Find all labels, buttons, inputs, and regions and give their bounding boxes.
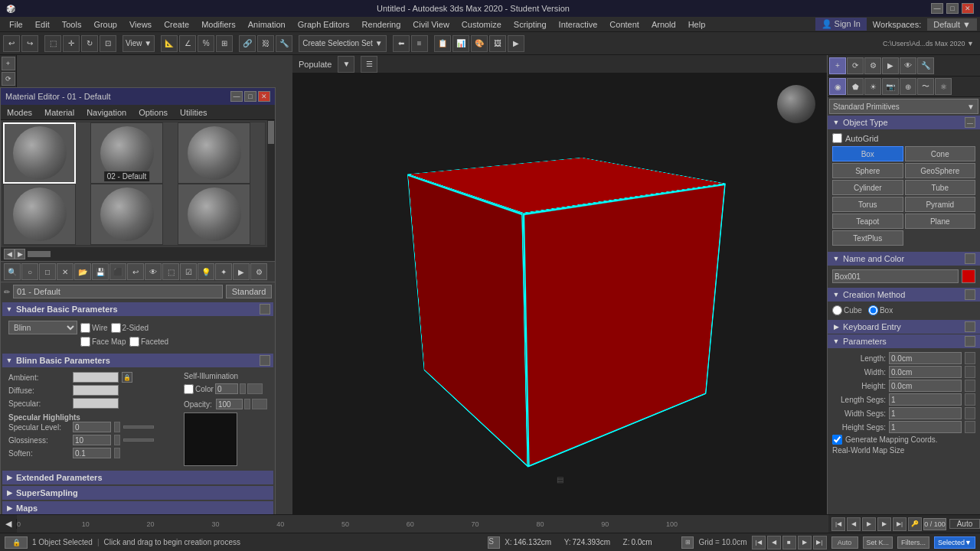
- length-spinner[interactable]: [965, 352, 975, 364]
- bind-space[interactable]: 🔧: [276, 35, 292, 52]
- percent-snap[interactable]: %: [198, 35, 214, 52]
- playback-start[interactable]: |◀: [752, 536, 766, 549]
- ambient-color-swatch[interactable]: [73, 372, 119, 383]
- height-input[interactable]: 0.0cm: [889, 380, 962, 392]
- unlink-tool[interactable]: ⛓: [257, 35, 274, 52]
- create-tab[interactable]: +: [829, 57, 846, 74]
- playback-next[interactable]: ▶: [798, 536, 812, 549]
- mat-scroll-thumb[interactable]: [28, 251, 51, 257]
- menu-animation[interactable]: Animation: [242, 18, 292, 31]
- width-spinner[interactable]: [965, 366, 975, 378]
- timeline-ruler[interactable]: 0 10 20 30 40 50 60 70 80 90 100: [17, 515, 828, 533]
- selection-set-dropdown[interactable]: Create Selection Set ▼: [299, 35, 386, 52]
- mat-sphere-1[interactable]: [3, 122, 76, 184]
- move-button[interactable]: ✛: [63, 35, 80, 52]
- go-start-btn[interactable]: |◀: [831, 517, 845, 531]
- mat-show-btn[interactable]: 👁: [145, 263, 162, 280]
- textplus-type-btn[interactable]: TextPlus: [832, 230, 903, 246]
- ambient-lock-btn[interactable]: 🔒: [122, 372, 132, 383]
- snap-icon[interactable]: S: [488, 536, 500, 549]
- soften-spinner[interactable]: 0.1: [73, 448, 111, 458]
- parameters-header[interactable]: ▼ Parameters: [828, 334, 980, 348]
- teapot-type-btn[interactable]: Teapot: [832, 214, 903, 229]
- viewport-3d[interactable]: ▤: [292, 73, 827, 514]
- object-name-input[interactable]: [832, 269, 959, 283]
- mat-scrollbar-h[interactable]: [27, 250, 263, 258]
- menu-file[interactable]: File: [3, 18, 29, 31]
- width-segs-spinner[interactable]: [965, 407, 975, 419]
- reference-dropdown[interactable]: View ▼: [122, 35, 155, 52]
- glossiness-spin[interactable]: [114, 435, 120, 445]
- blinn-basic-header[interactable]: ▼ Blinn Basic Parameters: [2, 354, 273, 367]
- undo-button[interactable]: ↩: [3, 35, 20, 52]
- self-illum-map-btn[interactable]: [247, 383, 263, 394]
- cylinder-type-btn[interactable]: Cylinder: [832, 180, 903, 195]
- maximize-button[interactable]: □: [946, 3, 959, 14]
- angle-snap[interactable]: ∠: [179, 35, 196, 52]
- shader-type-select[interactable]: Blinn: [8, 321, 77, 334]
- height-spinner[interactable]: [965, 380, 975, 392]
- render-setup[interactable]: 🖼: [489, 35, 506, 52]
- box-type-btn[interactable]: Box: [832, 146, 903, 161]
- rotate-button[interactable]: ↻: [81, 35, 98, 52]
- mat-sphere-5[interactable]: [90, 184, 163, 245]
- mat-restore-btn[interactable]: □: [244, 91, 256, 102]
- menu-create[interactable]: Create: [158, 18, 195, 31]
- coord-mode-btn[interactable]: ⊞: [681, 536, 694, 549]
- self-illum-value[interactable]: 0: [215, 383, 238, 394]
- menu-scripting[interactable]: Scripting: [508, 18, 553, 31]
- menu-civil-view[interactable]: Civil View: [407, 18, 455, 31]
- mat-assign-btn[interactable]: ⬛: [109, 263, 126, 280]
- graph-editors-btn[interactable]: 📊: [452, 35, 469, 52]
- key-filter-btn[interactable]: 🔒: [5, 536, 28, 549]
- mirror-tool[interactable]: ⬅: [393, 35, 410, 52]
- geosphere-type-btn[interactable]: GeoSphere: [905, 163, 976, 178]
- playback-end[interactable]: ▶|: [813, 536, 827, 549]
- mat-sphere-btn[interactable]: ○: [21, 263, 38, 280]
- mat-sphere-2[interactable]: 02 - Default: [90, 122, 163, 184]
- sign-in-button[interactable]: 👤 Sign In: [815, 18, 867, 31]
- utilities-tab[interactable]: 🔧: [917, 57, 934, 74]
- tube-type-btn[interactable]: Tube: [905, 180, 976, 195]
- modify-tab[interactable]: ⟳: [847, 57, 864, 74]
- specular-color-swatch[interactable]: [73, 398, 119, 409]
- maps-header[interactable]: ▶ Maps: [2, 501, 273, 514]
- mat-menu-utilities[interactable]: Utilities: [174, 106, 213, 119]
- play-btn[interactable]: ▶: [862, 517, 876, 531]
- mat-menu-modes[interactable]: Modes: [1, 106, 38, 119]
- mat-prev-btn[interactable]: ◀: [4, 249, 15, 259]
- auto-key-btn[interactable]: Auto: [949, 519, 980, 529]
- menu-tools[interactable]: Tools: [56, 18, 88, 31]
- wire-checkbox[interactable]: [80, 323, 90, 333]
- cameras-btn[interactable]: 📷: [882, 78, 899, 95]
- geometry-btn[interactable]: ◉: [829, 78, 846, 95]
- mat-delete-btn[interactable]: ✕: [57, 263, 74, 280]
- mat-name-input[interactable]: [13, 285, 223, 298]
- mat-sphere-3[interactable]: [178, 122, 250, 184]
- sphere-type-btn[interactable]: Sphere: [832, 163, 903, 178]
- object-type-header[interactable]: ▼ Object Type —: [828, 116, 980, 129]
- autogrid-checkbox[interactable]: [832, 133, 842, 143]
- systems-btn[interactable]: ⚛: [935, 78, 952, 95]
- keyboard-entry-header[interactable]: ▶ Keyboard Entry: [828, 320, 980, 334]
- mat-next-btn[interactable]: ▶: [15, 249, 25, 259]
- set-key-btn[interactable]: Set K...: [863, 536, 893, 549]
- height-segs-input[interactable]: 1: [889, 421, 962, 433]
- mat-bg-btn[interactable]: ☑: [180, 263, 197, 280]
- pyramid-type-btn[interactable]: Pyramid: [905, 197, 976, 212]
- populate-options-btn[interactable]: ☰: [361, 56, 377, 73]
- width-input[interactable]: 0.0cm: [889, 366, 962, 378]
- mat-scrollbar-v[interactable]: [267, 120, 275, 261]
- diffuse-color-swatch[interactable]: [73, 385, 119, 396]
- mat-menu-navigation[interactable]: Navigation: [80, 106, 132, 119]
- workspace-dropdown[interactable]: Default ▼: [927, 18, 977, 31]
- selection-filter-dropdown[interactable]: Selected ▼: [934, 536, 975, 549]
- mat-options-btn[interactable]: ⚙: [250, 263, 267, 280]
- mat-minimize-btn[interactable]: —: [230, 91, 243, 102]
- spec-level-spin-up[interactable]: [114, 422, 120, 432]
- menu-customize[interactable]: Customize: [456, 18, 508, 31]
- align-tool[interactable]: ≡: [411, 35, 428, 52]
- menu-views[interactable]: Views: [123, 18, 158, 31]
- standard-primitives-dropdown[interactable]: Standard Primitives ▼: [829, 99, 978, 114]
- blinn-lock-icon[interactable]: [260, 355, 270, 366]
